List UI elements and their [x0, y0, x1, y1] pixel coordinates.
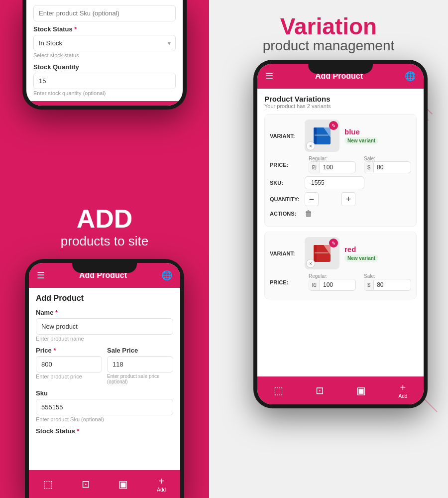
qty-controls-blue: − + [305, 192, 355, 206]
right-title-area: Variation product management [219, 15, 438, 54]
sku-input-blue[interactable] [305, 176, 364, 189]
add-product-form: Add Product Name * Enter product name Pr… [29, 288, 180, 470]
right-hamburger-icon[interactable]: ☰ [265, 71, 273, 82]
sku-hint: Enter product Sku (optional) [36, 416, 173, 422]
qty-label-blue: QUANTITY: [270, 196, 305, 202]
regular-currency-blue: ₪ [309, 162, 320, 173]
variant-red-image: ✎ × [305, 237, 339, 269]
nav-store[interactable]: ▣ [118, 478, 128, 490]
bottom-nav: ⬚ ⊡ ▣ + Add [29, 470, 180, 498]
svg-rect-6 [315, 252, 329, 253]
sale-price-hint: Enter product sale price (optional) [107, 374, 173, 384]
globe-icon[interactable]: 🌐 [161, 270, 172, 281]
variation-content: Product Variations Your product has 2 va… [257, 89, 424, 376]
variant-blue-row: VARIANT: ✎ × [270, 120, 411, 152]
sale-value-red: 80 [374, 279, 394, 290]
right-phone-screen: ☰ Add Product 🌐 Product Variations Your … [257, 64, 424, 404]
variant-card-red: VARIANT: ✎ × [264, 232, 417, 299]
variant-close-button-red[interactable]: × [306, 259, 315, 268]
regular-sublabel: Regular: [309, 156, 356, 161]
right-nav-store[interactable]: ▣ [356, 384, 366, 396]
variant-blue-name: blue [344, 127, 378, 136]
bottom-stock-label: Stock Status * [36, 427, 173, 435]
variation-title: Variation [219, 15, 438, 38]
regular-currency-red: ₪ [309, 280, 320, 290]
price-label-red: PRICE: [270, 279, 305, 285]
sku-label: Sku [36, 389, 173, 397]
regular-price-input-red[interactable]: ₪ 100 [309, 279, 356, 291]
qty-plus-blue[interactable]: + [341, 192, 355, 206]
product-variations-title: Product Variations [264, 95, 417, 103]
right-nav-media[interactable]: ⊡ [316, 384, 324, 396]
price-row-red: PRICE: Regular: ₪ 100 Sale: $ [270, 273, 411, 291]
variant-label-1: VARIANT: [270, 133, 305, 139]
top-phone: Stock Status * In Stock Out of Stock ▾ S… [22, 0, 187, 110]
new-variant-badge-red: New variant [344, 254, 378, 262]
variant-blue-image: ✎ × [305, 120, 339, 152]
left-text-area: ADD products to site [0, 206, 209, 249]
variant-close-button[interactable]: × [306, 141, 315, 150]
regular-price-input-blue[interactable]: ₪ 100 [309, 161, 356, 173]
variant-card-blue: VARIANT: ✎ × [264, 114, 417, 227]
phone-notch [72, 259, 137, 273]
sale-price-label: Sale Price [107, 347, 173, 354]
name-input[interactable] [36, 318, 173, 335]
price-label: Price * [36, 347, 102, 354]
sku-row-blue: SKU: [270, 176, 411, 189]
name-hint: Enter product name [36, 336, 173, 342]
variant-blue-name-area: blue New variant [344, 127, 378, 144]
sku-field-top[interactable] [33, 5, 176, 21]
delete-icon-blue[interactable]: 🗑 [305, 209, 313, 218]
dashboard-icon-bottom: ⬚ [43, 478, 53, 490]
top-phone-screen: Stock Status * In Stock Out of Stock ▾ S… [26, 0, 183, 106]
stock-status-label: Stock Status * [33, 25, 176, 33]
variant-red-row: VARIANT: ✎ × [270, 237, 411, 269]
stock-qty-hint: Enter stock quantity (optional) [33, 90, 176, 96]
right-nav-add[interactable]: + Add [399, 382, 408, 399]
stock-qty-input[interactable] [33, 73, 176, 89]
sale-value-blue: 80 [374, 162, 394, 173]
price-input[interactable] [36, 356, 102, 373]
right-globe-icon[interactable]: 🌐 [405, 71, 416, 82]
price-row-blue: PRICE: Regular: ₪ 100 Sale: $ [270, 156, 411, 173]
store-icon-bottom: ▣ [118, 478, 128, 490]
variant-edit-button-red[interactable]: ✎ [329, 239, 338, 248]
sale-currency-blue: $ [364, 162, 374, 172]
hamburger-icon[interactable]: ☰ [37, 270, 45, 281]
add-subheading: products to site [0, 234, 209, 249]
left-panel: Stock Status * In Stock Out of Stock ▾ S… [0, 0, 209, 498]
nav-add[interactable]: + Add [157, 476, 166, 493]
regular-sublabel-red: Regular: [309, 273, 356, 279]
variant-red-name: red [344, 245, 378, 253]
nav-dashboard[interactable]: ⬚ [43, 478, 53, 490]
variant-red-name-area: red New variant [344, 245, 378, 262]
right-phone-notch [308, 60, 373, 74]
sale-price-input[interactable] [107, 356, 173, 373]
bottom-phone: ☰ Add Product 🌐 Add Product Name * Enter… [25, 259, 184, 498]
name-label: Name * [36, 309, 173, 316]
actions-label-blue: ACTIONS: [270, 211, 305, 217]
add-heading: ADD [0, 206, 209, 232]
right-dashboard-icon: ⬚ [274, 384, 283, 396]
new-variant-badge-blue: New variant [344, 137, 378, 144]
variant-edit-button[interactable]: ✎ [329, 121, 338, 130]
add-label-bottom: Add [157, 487, 166, 493]
right-nav-dashboard[interactable]: ⬚ [274, 384, 283, 396]
right-phone-bottom-nav: ⬚ ⊡ ▣ + Add [257, 376, 424, 404]
variant-label-2: VARIANT: [270, 250, 305, 256]
stock-status-select[interactable]: In Stock Out of Stock [33, 35, 176, 51]
sku-input[interactable] [36, 399, 173, 415]
variation-subtitle: product management [219, 38, 438, 54]
stock-qty-label: Stock Quantity [33, 63, 176, 71]
media-icon-bottom: ⊡ [82, 478, 90, 490]
sku-label-blue: SKU: [270, 180, 305, 186]
qty-minus-blue[interactable]: − [305, 192, 319, 206]
sale-price-input-blue[interactable]: $ 80 [364, 161, 411, 173]
nav-media[interactable]: ⊡ [82, 478, 90, 490]
regular-value-red: 100 [320, 279, 340, 290]
sale-price-input-red[interactable]: $ 80 [364, 279, 411, 291]
stock-status-hint: Select stock status [33, 52, 176, 58]
right-add-label: Add [399, 393, 408, 399]
right-add-icon: + [400, 382, 406, 393]
sale-currency-red: $ [364, 280, 374, 290]
